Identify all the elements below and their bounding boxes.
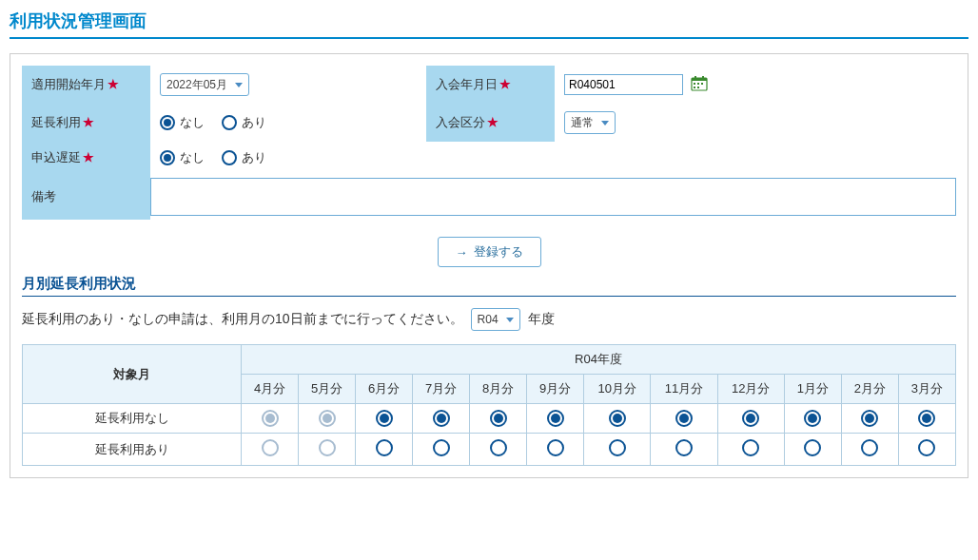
join-date-input[interactable] [564,74,683,95]
svg-rect-5 [697,83,699,85]
svg-rect-3 [702,76,704,80]
note-label: 備考 [22,174,150,220]
row-yes-label: 延長利用あり [23,434,242,466]
delay-none-radio[interactable]: なし [160,149,205,166]
month-none-radio[interactable] [433,410,450,427]
svg-rect-6 [701,83,703,85]
join-type-select[interactable]: 通常 [564,111,616,134]
month-none-radio[interactable] [918,410,935,427]
month-header: 4月分 [242,375,299,404]
target-month-header: 対象月 [23,345,242,404]
calendar-icon[interactable] [691,75,708,95]
month-none-radio[interactable] [547,410,564,427]
month-none-radio[interactable] [861,410,878,427]
month-header: 6月分 [356,375,413,404]
note-textarea[interactable] [150,178,956,216]
monthly-table: 対象月 R04年度 4月分5月分6月分7月分8月分9月分10月分11月分12月分… [22,344,956,466]
month-header: 2月分 [841,375,898,404]
month-yes-radio[interactable] [804,439,821,456]
required-star: ★ [108,77,119,91]
required-star: ★ [83,150,94,164]
fiscal-year-select[interactable]: R04 [471,308,520,331]
monthly-instruction: 延長利用のあり・なしの申請は、利用月の10日前までに行ってください。 [22,311,463,328]
start-ym-label: 適用開始年月★ [22,66,150,104]
month-none-radio[interactable] [742,410,759,427]
svg-rect-2 [694,76,696,80]
month-header: 11月分 [651,375,717,404]
month-yes-radio[interactable] [609,439,626,456]
month-yes-radio[interactable] [861,439,878,456]
svg-rect-8 [697,87,699,88]
radio-label: なし [180,149,205,166]
month-yes-radio[interactable] [742,439,759,456]
svg-rect-1 [692,78,707,81]
month-none-radio [262,410,279,427]
chevron-down-icon [601,121,609,126]
join-type-label: 入会区分★ [426,104,555,142]
required-star: ★ [83,115,94,129]
month-header: 1月分 [784,375,841,404]
month-header: 3月分 [898,375,955,404]
fiscal-year-header: R04年度 [242,345,956,375]
required-star: ★ [487,115,499,129]
svg-rect-7 [694,87,695,88]
year-suffix: 年度 [528,311,555,328]
register-button[interactable]: → 登録する [438,237,541,267]
extension-yes-radio[interactable]: あり [222,114,266,131]
month-yes-radio [319,439,336,456]
radio-label: あり [242,114,266,131]
month-yes-radio[interactable] [490,439,507,456]
usage-form-card: 適用開始年月★ 2022年05月 入会年月日★ [10,53,968,478]
month-yes-radio[interactable] [376,439,393,456]
month-none-radio [319,410,336,427]
month-header: 9月分 [527,375,584,404]
monthly-section-title: 月別延長利用状況 [22,275,956,297]
month-yes-radio [262,439,279,456]
join-date-label: 入会年月日★ [426,66,555,104]
arrow-right-icon: → [456,245,468,260]
month-header: 10月分 [584,375,651,404]
svg-rect-4 [694,83,695,85]
start-ym-select[interactable]: 2022年05月 [160,73,249,96]
month-none-radio[interactable] [804,410,821,427]
required-star: ★ [499,77,511,91]
month-header: 12月分 [717,375,784,404]
month-none-radio[interactable] [675,410,693,427]
month-header: 7月分 [413,375,470,404]
row-none-label: 延長利用なし [23,404,242,434]
extension-none-radio[interactable]: なし [160,114,205,131]
month-none-radio[interactable] [609,410,626,427]
month-none-radio[interactable] [490,410,507,427]
month-header: 5月分 [299,375,356,404]
delay-yes-radio[interactable]: あり [222,149,266,166]
month-yes-radio[interactable] [918,439,935,456]
radio-label: なし [180,114,205,131]
page-title: 利用状況管理画面 [10,10,968,39]
delay-label: 申込遅延★ [22,142,150,174]
extension-label: 延長利用★ [22,104,150,142]
chevron-down-icon [506,318,514,322]
month-header: 8月分 [470,375,527,404]
month-yes-radio[interactable] [675,439,693,456]
radio-label: あり [242,149,266,166]
month-yes-radio[interactable] [547,439,564,456]
chevron-down-icon [235,83,243,87]
month-none-radio[interactable] [376,410,393,427]
month-yes-radio[interactable] [433,439,450,456]
